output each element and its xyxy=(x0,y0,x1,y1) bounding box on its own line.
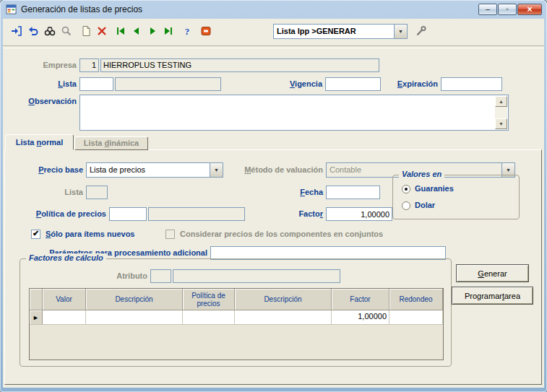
lista-panel-field xyxy=(86,186,108,199)
empresa-label: Empresa xyxy=(27,61,77,70)
solo-items-checkbox[interactable] xyxy=(31,230,40,239)
grid-header-factor: Factor xyxy=(332,289,389,310)
lista-panel-label: Lista xyxy=(53,188,83,197)
solo-items-label[interactable]: Sólo para ítems nuevos xyxy=(46,230,161,239)
dialog-client-area: ? Lista lpp >GENERAR ▼ Empresa 1 HIERROP… xyxy=(3,19,544,388)
factor-label: Factor xyxy=(293,209,323,219)
grid-header-row: Valor Descripción Política de precios De… xyxy=(30,289,443,310)
observacion-label: Observación xyxy=(25,97,77,106)
undo-icon[interactable] xyxy=(25,24,41,38)
dolar-radio[interactable] xyxy=(402,201,410,210)
close-button[interactable]: × xyxy=(517,4,542,15)
considerar-label: Considerar precios de los componentes en… xyxy=(180,230,418,239)
previous-record-icon[interactable] xyxy=(129,24,145,38)
politica-precios-input[interactable] xyxy=(109,207,147,221)
guaranies-radio[interactable] xyxy=(402,185,410,193)
task-selector[interactable]: Lista lpp >GENERAR ▼ xyxy=(273,24,408,39)
fecha-input[interactable] xyxy=(326,186,380,199)
valores-en-title: Valores en xyxy=(399,170,444,178)
precio-base-label: Precio base xyxy=(22,165,83,175)
tools-icon[interactable] xyxy=(413,24,429,38)
tab-panel-lista-normal: Precio base Lista de precios ▼ Método de… xyxy=(4,149,542,385)
lista-label: Lista xyxy=(46,79,77,89)
factores-calculo-title: Factores de cálculo xyxy=(26,253,106,262)
fecha-label: Fecha xyxy=(293,188,323,197)
task-selector-value: Lista lpp >GENERAR xyxy=(274,25,394,38)
grid-header-descripcion1: Descripción xyxy=(86,289,183,310)
expiracion-label: Expiración xyxy=(386,79,438,89)
precio-base-combo[interactable]: Lista de precios ▼ xyxy=(86,162,223,178)
expiracion-input[interactable] xyxy=(441,77,502,91)
cell-factor[interactable]: 1,00000 xyxy=(332,310,389,324)
minimize-button[interactable]: – xyxy=(478,4,497,15)
post-icon[interactable] xyxy=(9,24,25,38)
tab-lista-normal[interactable]: Lista normal xyxy=(5,134,74,150)
app-window: Generación de listas de precios – ▫ × ? … xyxy=(0,0,547,392)
guaranies-radio-label[interactable]: Guaranies xyxy=(415,184,465,193)
exit-icon[interactable] xyxy=(198,24,214,38)
grid-header-redondeo: Redondeo xyxy=(389,289,443,310)
grid-header-descripcion2: Descripción xyxy=(235,289,332,310)
factores-calculo-group: Factores de cálculo Atributo Valor Descr… xyxy=(20,258,452,367)
chevron-down-icon[interactable]: ▼ xyxy=(210,163,223,177)
vigencia-input[interactable] xyxy=(325,77,381,91)
delete-icon[interactable] xyxy=(94,24,110,38)
new-record-icon[interactable] xyxy=(78,24,94,38)
next-record-icon[interactable] xyxy=(145,24,160,38)
empresa-code-field: 1 xyxy=(79,58,99,72)
empresa-name-field: HIERROPLUS TESTING xyxy=(100,58,379,72)
programar-tarea-button[interactable]: Programar tarea xyxy=(452,287,533,305)
cell-descripcion1[interactable] xyxy=(86,310,183,324)
maximize-button[interactable]: ▫ xyxy=(498,4,517,15)
chevron-down-icon[interactable]: ▼ xyxy=(394,25,407,38)
valores-en-group: Valores en Guaranies Dolar xyxy=(392,175,520,219)
current-row-marker-icon: ► xyxy=(30,310,43,324)
cell-politica[interactable] xyxy=(183,310,235,324)
considerar-checkbox xyxy=(165,230,175,239)
lista-input[interactable] xyxy=(79,77,113,91)
cell-redondeo[interactable] xyxy=(389,310,443,324)
factor-input[interactable] xyxy=(326,207,392,221)
atributo-code-field xyxy=(150,269,171,283)
title-bar[interactable]: Generación de listas de precios – ▫ × xyxy=(0,0,547,19)
grid-header-selector xyxy=(30,289,43,310)
precio-base-value: Lista de precios xyxy=(87,163,210,177)
politica-descripcion-field xyxy=(148,207,245,221)
factores-grid[interactable]: Valor Descripción Política de precios De… xyxy=(29,288,444,360)
cell-descripcion2[interactable] xyxy=(235,310,332,324)
zoom-icon[interactable] xyxy=(59,24,74,38)
scroll-up-icon[interactable]: ▲ xyxy=(495,96,507,107)
find-icon[interactable] xyxy=(42,24,58,38)
grid-header-politica: Política de precios xyxy=(183,289,235,310)
cell-valor[interactable] xyxy=(43,310,86,324)
scroll-down-icon[interactable]: ▼ xyxy=(495,118,507,129)
politica-precios-label: Política de precios xyxy=(17,209,106,219)
generar-button[interactable]: Generar xyxy=(456,264,529,282)
dolar-radio-label[interactable]: Dolar xyxy=(415,201,465,210)
atributo-descripcion-field xyxy=(173,269,340,283)
metodo-valuacion-label: Método de valuación xyxy=(235,165,323,175)
observacion-scrollbar[interactable]: ▲ ▼ xyxy=(495,96,507,129)
table-row[interactable]: ► 1,00000 xyxy=(30,310,443,325)
app-icon xyxy=(6,4,17,14)
atributo-label: Atributo xyxy=(90,271,147,281)
lista-descripcion-field xyxy=(115,77,221,91)
first-record-icon[interactable] xyxy=(113,24,129,38)
observacion-textarea[interactable]: ▲ ▼ xyxy=(79,95,509,131)
grid-header-valor: Valor xyxy=(43,289,86,310)
svg-text:?: ? xyxy=(185,26,190,37)
last-record-icon[interactable] xyxy=(160,24,176,38)
tab-lista-dinamica[interactable]: Lista dinámica xyxy=(74,136,148,150)
help-icon[interactable]: ? xyxy=(179,24,195,38)
vigencia-label: Vigencia xyxy=(277,79,322,89)
toolbar-separator xyxy=(3,45,544,48)
window-title: Generación de listas de precios xyxy=(21,4,142,14)
